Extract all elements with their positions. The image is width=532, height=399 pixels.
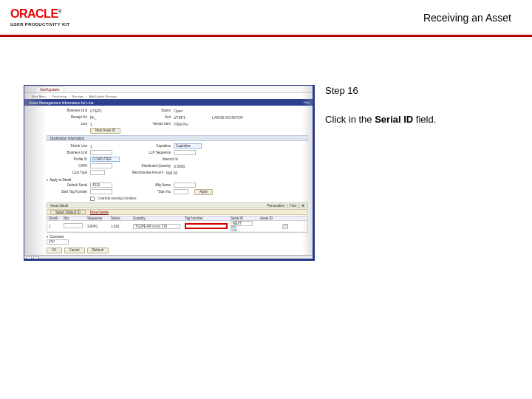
- col-asset-id: Asset ID: [259, 216, 281, 220]
- apply-button[interactable]: Apply: [194, 189, 213, 195]
- section-distribution-information: Distribution Information: [47, 135, 308, 141]
- instruction-text: Click in the Serial ID field.: [325, 114, 519, 125]
- window-footer-scrollbar[interactable]: [24, 255, 313, 261]
- grid-icon[interactable]: ⊞: [301, 204, 304, 208]
- select-default-id-button[interactable]: Select Default ID: [50, 210, 86, 214]
- label-line: Line: [47, 122, 87, 126]
- mfg-name-input[interactable]: [174, 183, 196, 188]
- asset-id-input[interactable]: NEXT: [231, 221, 253, 226]
- label-dist-qty: Distributed Quantity: [130, 164, 171, 168]
- label-mfg-name: Mfg Name: [130, 183, 171, 187]
- cell-sequence: 3.00P1: [86, 225, 109, 228]
- page-header: ORACLE® USER PRODUCTIVITY KIT Receiving …: [0, 0, 532, 37]
- help-link[interactable]: Help: [304, 100, 310, 104]
- label-distrib-line: Distrib Line: [47, 144, 87, 148]
- col-tag-number: Tag Number: [183, 216, 229, 220]
- comment-input[interactable]: J*k*: [47, 239, 69, 245]
- value-distrib-line: 1: [90, 144, 112, 149]
- value-vendor-item: ITEM Po: [174, 122, 196, 126]
- cell-distrib: 1: [47, 225, 62, 228]
- start-no-input[interactable]: [174, 189, 188, 194]
- label-start-no: *Start No: [130, 190, 171, 194]
- instruction-panel: Step 16 Click in the Serial ID field.: [325, 85, 519, 261]
- default-serial-input[interactable]: 4319: [90, 183, 112, 188]
- breadcrumb-item[interactable]: Receipts: [72, 95, 84, 98]
- section-asset-detail: Asset Detail Personalize| Find| ⊞: [47, 202, 308, 208]
- label-llp-seq: LLP Sequence: [130, 151, 171, 154]
- step-label: Step 16: [325, 85, 519, 96]
- label-merch-amount: Merchandise Amount: [123, 171, 163, 174]
- col-quantity: Quantity: [132, 216, 183, 220]
- profile-input[interactable]: COMPUTER: [90, 157, 120, 162]
- col-status: Status: [109, 216, 132, 220]
- col-distrib: Distrib: [47, 216, 62, 220]
- scroll-button[interactable]: [33, 256, 39, 261]
- brand: ORACLE® USER PRODUCTIVITY KIT: [10, 8, 70, 27]
- value-business-unit: UTEP1: [90, 109, 112, 113]
- cost-type-input[interactable]: [90, 170, 105, 175]
- lookup-icon[interactable]: 🔍: [231, 226, 236, 231]
- label-profile: Profile ID: [47, 157, 87, 161]
- cancel-button[interactable]: Cancel: [64, 248, 85, 253]
- label-interunit: Interunit %: [137, 157, 178, 161]
- col-nbr: Nbr: [62, 216, 86, 220]
- value-unit-po: UTEP1: [174, 115, 196, 120]
- label-business-unit: Business Unit: [47, 109, 87, 112]
- override-label: Override existing numbers: [98, 197, 137, 200]
- breadcrumb-item[interactable]: Purchasing: [52, 95, 66, 98]
- oracle-logo: ORACLE®: [10, 8, 70, 20]
- value-line: 1: [90, 122, 112, 126]
- brand-subtitle: USER PRODUCTIVITY KIT: [10, 22, 70, 27]
- value-status: Open: [174, 109, 196, 113]
- window-title-bar: Asset Management Information for Line He…: [24, 99, 313, 106]
- label-start-tag-number: Start Tag Number: [47, 190, 87, 194]
- personalize-link[interactable]: Personalize: [267, 204, 284, 208]
- capitalize-select[interactable]: Capitalize: [174, 143, 202, 149]
- find-link[interactable]: Find: [290, 204, 296, 208]
- value-receipt-no: Pk_: [90, 115, 112, 120]
- col-serial-id: Serial ID: [229, 216, 259, 220]
- override-checkbox[interactable]: [90, 197, 95, 201]
- table-row: 1 3.00P1 1.016 TGJPE AR xxxxx 178 NEXT🔍 …: [47, 221, 307, 232]
- label-bu: Business Unit: [47, 151, 87, 154]
- app-screenshot: Add/Update Main Menu› Purchasing› Receip…: [24, 85, 315, 261]
- breadcrumb-item[interactable]: Add/Update Receipts: [89, 95, 117, 98]
- window-title: Asset Management Information for Line: [29, 100, 94, 105]
- label-vendor-item: Vendor Item: [130, 122, 171, 126]
- llp-seq-input[interactable]: [174, 150, 196, 155]
- breadcrumb: Main Menu› Purchasing› Receipts› Add/Upd…: [24, 93, 313, 99]
- nbr-input[interactable]: [64, 223, 83, 228]
- serial-id-input[interactable]: [185, 223, 228, 229]
- next-asset-id-button[interactable]: Next Asset ID: [90, 128, 120, 134]
- label-cap-number: CAP#: [47, 164, 87, 168]
- col-sequence: Sequence: [86, 216, 109, 220]
- cell-status: 1.016: [109, 225, 132, 228]
- start-tag-number-input[interactable]: [90, 189, 112, 194]
- cap-number-input[interactable]: [90, 163, 112, 168]
- refresh-button[interactable]: Refresh: [87, 248, 109, 253]
- label-default-serial: Default Serial: [47, 183, 87, 187]
- more-details-link[interactable]: More Details: [90, 211, 109, 214]
- scroll-button[interactable]: [26, 256, 32, 261]
- topic-title: Receiving an Asset: [423, 12, 511, 24]
- value-merch-amount: 698.00: [166, 171, 188, 175]
- bu-input[interactable]: [90, 150, 112, 155]
- calendar-icon[interactable]: 📋: [282, 224, 288, 229]
- breadcrumb-item[interactable]: Main Menu: [32, 95, 47, 98]
- label-status: Status: [130, 109, 171, 112]
- label-cost-type: Cost Type: [47, 171, 87, 174]
- label-capitalize: Capitalize: [130, 144, 171, 148]
- tabstrip: Add/Update: [24, 86, 313, 93]
- label-unit-po: Unit: [130, 115, 171, 119]
- ok-button[interactable]: OK: [47, 248, 62, 253]
- main-tab[interactable]: Add/Update: [35, 86, 64, 92]
- asset-detail-table: Distrib Nbr Sequence Status Quantity Tag…: [47, 216, 308, 233]
- value-dist-qty: 3.0000: [174, 164, 196, 168]
- tag-number-input[interactable]: TGJPE AR xxxxx 178: [133, 224, 180, 229]
- label-receipt-no: Receipt No: [47, 115, 87, 119]
- value-desc-large-monitor: LARGE MONITOR: [212, 115, 243, 120]
